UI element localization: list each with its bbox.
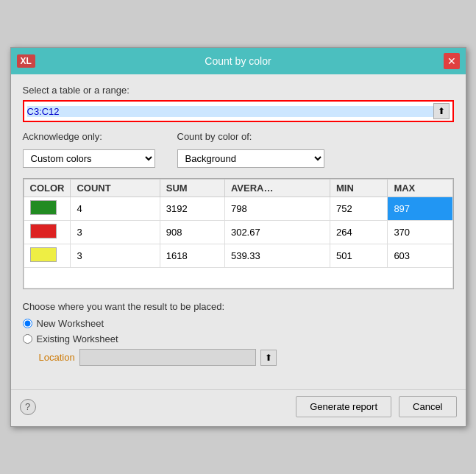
max-cell: 370 bbox=[388, 221, 452, 244]
dialog-body: Select a table or a range: ⬆ Acknowledge… bbox=[11, 74, 466, 383]
acknowledge-label: Acknowledge only: bbox=[23, 131, 155, 142]
count-cell: 3 bbox=[71, 244, 160, 268]
xl-badge: XL bbox=[17, 54, 35, 68]
options-row: Acknowledge only: Custom colors All colo… bbox=[23, 131, 454, 168]
col-max: MAX bbox=[388, 180, 452, 197]
existing-worksheet-label: Existing Worksheet bbox=[37, 333, 118, 344]
avg-cell: 539.33 bbox=[224, 244, 330, 268]
color-swatch-yellow bbox=[30, 247, 57, 262]
table-empty-row bbox=[24, 268, 452, 289]
table-row: 4 3192 798 752 897 bbox=[24, 197, 452, 221]
new-worksheet-radio[interactable] bbox=[23, 319, 32, 328]
range-input-wrap: ⬆ bbox=[23, 100, 454, 122]
sum-cell: 1618 bbox=[160, 244, 224, 268]
count-by-color-label: Count by color of: bbox=[177, 131, 324, 142]
col-count: COUNT bbox=[71, 180, 160, 197]
action-buttons: Generate report Cancel bbox=[296, 396, 456, 417]
range-input[interactable] bbox=[27, 106, 433, 117]
data-table-wrap: COLOR COUNT SUM AVERA… MIN MAX 4 3192 79… bbox=[23, 178, 454, 289]
location-pick-button[interactable]: ⬆ bbox=[260, 350, 277, 366]
existing-worksheet-row: Existing Worksheet bbox=[23, 333, 454, 344]
new-worksheet-label: New Worksheet bbox=[37, 318, 104, 329]
min-cell: 752 bbox=[330, 197, 388, 221]
min-cell: 264 bbox=[330, 221, 388, 244]
placement-label: Choose where you want the result to be p… bbox=[23, 301, 454, 312]
range-pick-button[interactable]: ⬆ bbox=[433, 103, 450, 119]
col-min: MIN bbox=[330, 180, 388, 197]
location-label: Location bbox=[39, 352, 75, 363]
count-by-color-select[interactable]: Background Font bbox=[177, 149, 324, 168]
sum-cell: 3192 bbox=[160, 197, 224, 221]
avg-cell: 302.67 bbox=[224, 221, 330, 244]
count-cell: 3 bbox=[71, 221, 160, 244]
acknowledge-select[interactable]: Custom colors All colors Font colors bbox=[23, 149, 155, 168]
avg-cell: 798 bbox=[224, 197, 330, 221]
count-by-color-group: Count by color of: Background Font bbox=[177, 131, 324, 168]
max-cell: 603 bbox=[388, 244, 452, 268]
sum-cell: 908 bbox=[160, 221, 224, 244]
help-button[interactable]: ? bbox=[20, 399, 36, 415]
col-sum: SUM bbox=[160, 180, 224, 197]
color-swatch-red bbox=[30, 224, 57, 238]
generate-button[interactable]: Generate report bbox=[296, 396, 391, 417]
color-cell bbox=[24, 197, 71, 221]
color-cell bbox=[24, 221, 71, 244]
dialog-title: Count by color bbox=[205, 55, 271, 67]
acknowledge-group: Acknowledge only: Custom colors All colo… bbox=[23, 131, 155, 168]
count-cell: 4 bbox=[71, 197, 160, 221]
col-avg: AVERA… bbox=[224, 180, 330, 197]
title-bar: XL Count by color ✕ bbox=[11, 48, 466, 74]
bottom-bar: ? Generate report Cancel bbox=[11, 389, 466, 426]
location-input[interactable] bbox=[79, 349, 256, 366]
close-button[interactable]: ✕ bbox=[444, 53, 460, 69]
table-row: 3 908 302.67 264 370 bbox=[24, 221, 452, 244]
min-cell: 501 bbox=[330, 244, 388, 268]
table-row: 3 1618 539.33 501 603 bbox=[24, 244, 452, 268]
data-table: COLOR COUNT SUM AVERA… MIN MAX 4 3192 79… bbox=[24, 179, 453, 289]
col-color: COLOR bbox=[24, 180, 71, 197]
max-cell: 897 bbox=[388, 197, 452, 221]
table-header-row: COLOR COUNT SUM AVERA… MIN MAX bbox=[24, 180, 452, 197]
new-worksheet-row: New Worksheet bbox=[23, 318, 454, 329]
color-swatch-green bbox=[30, 200, 57, 215]
location-row: Location ⬆ bbox=[39, 349, 454, 366]
dialog: XL Count by color ✕ Select a table or a … bbox=[10, 47, 466, 427]
result-placement-section: Choose where you want the result to be p… bbox=[23, 301, 454, 366]
range-label: Select a table or a range: bbox=[23, 85, 454, 96]
cancel-button[interactable]: Cancel bbox=[399, 396, 456, 417]
existing-worksheet-radio[interactable] bbox=[23, 334, 32, 344]
color-cell bbox=[24, 244, 71, 268]
